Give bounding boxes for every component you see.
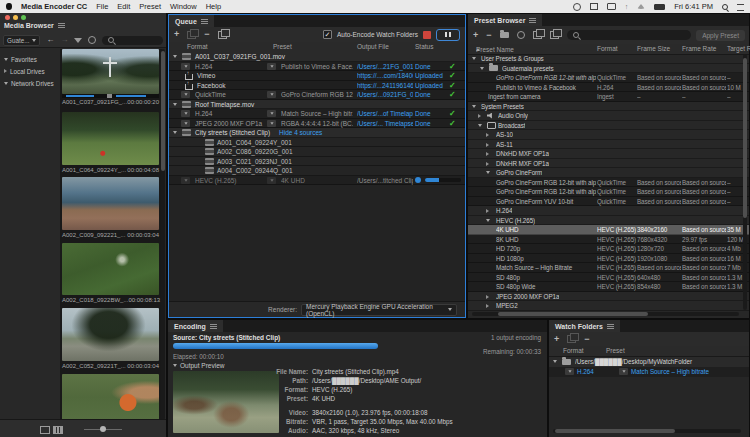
preset-row[interactable]: Publish to Vimeo & FacebookH.264Based on… [468, 83, 749, 93]
stop-queue-button[interactable] [423, 31, 431, 39]
tab-preset-browser[interactable]: Preset Browser [468, 14, 542, 26]
preset-row[interactable]: Match Source – High BitrateHEVC (H.265)B… [468, 263, 749, 273]
preset-scrollbar-vertical[interactable] [743, 54, 747, 310]
minimize-window-button[interactable] [13, 15, 18, 20]
preset-row-selected[interactable]: 4K UHDHEVC (H.265)3840x2160Based on sour… [468, 225, 749, 235]
preset-category-row[interactable]: Broadcast [468, 121, 749, 131]
panel-menu-icon[interactable] [58, 23, 65, 28]
column-preset[interactable]: Preset [273, 43, 292, 50]
preset-row[interactable]: HD 1080pHEVC (H.265)1920x1080Based on so… [468, 254, 749, 264]
clip-thumbnail[interactable] [62, 177, 159, 230]
queue-subclip-row[interactable]: A004_C002_09244Q_001 [169, 166, 465, 176]
menu-help[interactable]: Help [206, 2, 221, 11]
new-group-button[interactable] [500, 32, 509, 38]
preset-category-row[interactable]: AS-11 [468, 140, 749, 150]
queue-output-row[interactable]: QuickTimeGoPro Cineform RGB 12.../Users/… [169, 90, 465, 100]
zoom-window-button[interactable] [21, 15, 26, 20]
tree-item-local-drives[interactable]: Local Drives [4, 65, 60, 77]
auto-encode-checkbox[interactable] [323, 30, 332, 39]
add-output-button[interactable] [567, 335, 576, 343]
output-file-link[interactable]: /Users/...of Timelapse.mp4 [357, 109, 413, 118]
column-format[interactable]: Format [597, 45, 618, 52]
clip-scrub-bar[interactable] [62, 94, 159, 98]
preset-scrollbar-horizontal[interactable] [472, 312, 739, 316]
queue-source-row[interactable]: City streets (Stitched Clip)Hide 4 sourc… [169, 128, 465, 138]
watch-scrollbar-horizontal[interactable] [553, 429, 741, 433]
notification-center-icon[interactable] [737, 4, 744, 11]
clip-thumbnail[interactable] [62, 243, 159, 295]
location-dropdown[interactable]: Guate... [3, 35, 40, 46]
queue-share-row[interactable]: Facebookhttps://...24119614602283Uploade… [169, 81, 465, 91]
preset-category-row[interactable]: DNxHR MXF OP1a [468, 159, 749, 169]
apple-menu-icon[interactable] [6, 3, 12, 10]
queue-source-row[interactable]: A001_C037_0921FG_001.mov [169, 52, 465, 62]
app-menu[interactable]: Media Encoder CC [21, 2, 87, 11]
output-file-link[interactable]: /Users/...21FG_001_1.mp4 [357, 62, 413, 71]
column-target-rate[interactable]: Target R [727, 45, 750, 52]
preset-row[interactable]: SD 480p WideHEVC (H.265)854x480Based on … [468, 282, 749, 292]
column-status[interactable]: Status [415, 43, 433, 50]
delete-preset-button[interactable]: − [486, 31, 491, 40]
renderer-dropdown[interactable]: Mercury Playback Engine GPU Acceleration… [301, 304, 457, 316]
queue-source-row[interactable]: Roof Timelapse.mov [169, 100, 465, 110]
preset-row[interactable]: HD 720pHEVC (H.265)1280x720Based on sour… [468, 244, 749, 254]
column-format[interactable]: Format [563, 347, 584, 354]
preset-group-row[interactable]: System Presets [468, 102, 749, 112]
preset-category-row[interactable]: Audio Only [468, 111, 749, 121]
preset-row[interactable]: 8K UHDHEVC (H.265)7680x432029.97 fps120 … [468, 235, 749, 245]
preset-category-row[interactable]: HEVC (H.265) [468, 216, 749, 226]
preset-group-row[interactable]: Guatemala presets [468, 64, 749, 74]
thumbnail-view-button[interactable] [53, 426, 63, 434]
list-view-button[interactable] [40, 426, 50, 434]
preset-dropdown[interactable] [267, 177, 276, 184]
close-window-button[interactable] [5, 15, 10, 20]
media-search-input[interactable] [102, 36, 163, 45]
preset-category-row[interactable]: MPEG2 [468, 301, 749, 311]
format-dropdown[interactable] [181, 120, 190, 127]
back-button[interactable]: ← [46, 36, 54, 44]
remove-button[interactable]: − [204, 30, 209, 39]
export-preset-button[interactable] [550, 31, 559, 39]
preset-category-row[interactable]: H.264 [468, 206, 749, 216]
preset-category-row[interactable]: DNxHD MXF OP1a [468, 149, 749, 159]
remove-watch-folder-button[interactable]: − [584, 335, 589, 344]
wifi-icon[interactable] [637, 4, 645, 9]
clip-thumbnail[interactable] [62, 374, 159, 420]
output-file-link[interactable]: /Users/...0921FG_001.mov [357, 90, 413, 99]
column-output-file[interactable]: Output File [357, 43, 389, 50]
new-preset-button[interactable]: + [473, 31, 478, 40]
watch-output-row[interactable]: H.264Match Source – High bitrate [549, 367, 749, 377]
column-frame-size[interactable]: Frame Size [637, 45, 670, 52]
filter-icon[interactable] [74, 38, 82, 43]
clip-thumbnail[interactable] [62, 49, 159, 94]
share-url-link[interactable]: https://...24119614602283 [357, 81, 413, 90]
panel-menu-icon[interactable] [607, 324, 614, 329]
zoom-slider-knob[interactable] [100, 426, 106, 432]
clip-thumbnail[interactable] [62, 308, 159, 361]
format-dropdown[interactable] [181, 177, 190, 184]
menu-file[interactable]: File [96, 2, 108, 11]
queue-subclip-row[interactable]: A002_C086_09220G_001 [169, 147, 465, 157]
tree-item-network-drives[interactable]: Network Drives [4, 77, 60, 89]
battery-icon[interactable] [654, 4, 665, 10]
preset-row[interactable]: SD 480pHEVC (H.265)640x480Based on sourc… [468, 273, 749, 283]
watch-folder-row[interactable]: /Users/██████/Desktop/MyWatchFolder [549, 357, 749, 367]
preset-category-row[interactable]: AS-10 [468, 130, 749, 140]
preset-row[interactable]: GoPro CineForm RGB 12-bit with alphaQuic… [468, 178, 749, 188]
panel-menu-icon[interactable] [529, 18, 536, 23]
clip-thumbnail[interactable] [62, 112, 159, 165]
pause-queue-button[interactable] [436, 29, 460, 41]
preset-dropdown[interactable] [267, 91, 276, 98]
tab-watch-folders[interactable]: Watch Folders [549, 320, 620, 332]
preset-group-row[interactable]: User Presets & Groups [468, 54, 749, 64]
format-dropdown[interactable] [565, 368, 574, 375]
preset-row[interactable]: GoPro CineForm YUV 10-bitQuickTimeBased … [468, 197, 749, 207]
add-output-button[interactable] [187, 31, 196, 39]
menu-preset[interactable]: Preset [139, 2, 161, 11]
preset-dropdown[interactable] [267, 110, 276, 117]
panel-menu-icon[interactable] [201, 19, 208, 24]
duplicate-button[interactable] [218, 31, 227, 39]
forward-button[interactable]: → [60, 36, 68, 44]
queue-output-row[interactable]: JPEG 2000 MXF OP1aRGBA 4:4:4:4 12-bit (B… [169, 119, 465, 129]
preset-row[interactable]: Ingest from cameraIngest––– [468, 92, 749, 102]
